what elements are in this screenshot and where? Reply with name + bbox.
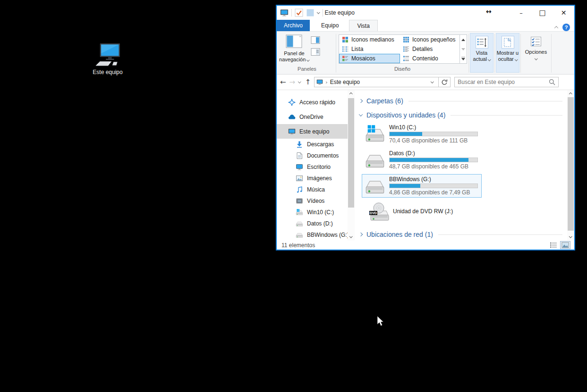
documents-icon bbox=[296, 152, 303, 159]
dvd-drive-item[interactable]: DVD Unidad de DVD RW (J:) bbox=[362, 200, 567, 224]
navigation-pane-icon bbox=[286, 34, 303, 49]
navigation-pane: Acceso rápido OneDrive Este equipo Desca… bbox=[277, 90, 348, 241]
navigation-pane-button[interactable]: Panel de navegación bbox=[279, 33, 309, 63]
new-folder-icon[interactable] bbox=[306, 8, 315, 17]
layout-option-iconos-peque-os[interactable]: Iconos pequeños bbox=[400, 35, 459, 44]
this-pc-icon bbox=[94, 43, 121, 67]
details-pane-button[interactable] bbox=[310, 47, 321, 57]
minimize-button[interactable]: – bbox=[510, 6, 532, 20]
layout-option-mosaicos[interactable]: Mosaicos bbox=[339, 54, 400, 63]
layout-option-contenido[interactable]: Contenido bbox=[400, 54, 459, 63]
details-view-button[interactable] bbox=[548, 241, 559, 249]
main-scrollbar[interactable] bbox=[567, 90, 574, 241]
options-button[interactable]: Opciones bbox=[522, 33, 550, 74]
sidebar-item-documentos[interactable]: Documentos bbox=[277, 150, 348, 161]
details-view-icon bbox=[403, 46, 409, 52]
preview-pane-button[interactable] bbox=[310, 35, 321, 45]
scrollbar-thumb[interactable] bbox=[568, 97, 574, 231]
window-title: Este equipo bbox=[325, 9, 355, 16]
search-input[interactable] bbox=[458, 79, 549, 85]
sidebar-item-v-deos[interactable]: Vídeos bbox=[277, 195, 348, 207]
sidebar-item-descargas[interactable]: Descargas bbox=[277, 139, 348, 150]
gallery-scroll-up-button[interactable] bbox=[460, 35, 467, 44]
layout-option-iconos-medianos[interactable]: Iconos medianos bbox=[339, 35, 400, 44]
drive-tiles: Win10 (C:) 70,4 GB disponibles de 111 GB… bbox=[358, 122, 567, 224]
tab-archivo[interactable]: Archivo bbox=[277, 20, 310, 31]
svg-text:DVD: DVD bbox=[370, 211, 377, 215]
drive-tile-datos-d[interactable]: Datos (D:) 48,7 GB disponibles de 465 GB bbox=[362, 148, 482, 172]
mouse-cursor-icon bbox=[377, 316, 385, 327]
scroll-up-icon[interactable] bbox=[567, 90, 574, 97]
sidebar-item-m-sica[interactable]: Música bbox=[277, 184, 348, 195]
current-view-icon bbox=[476, 37, 487, 48]
sidebar-item-escritorio[interactable]: Escritorio bbox=[277, 161, 348, 173]
navigation-bar: ← → ↑ › Este equipo bbox=[277, 75, 574, 90]
scrollbar-thumb[interactable] bbox=[348, 98, 354, 208]
group-header-ubicaciones[interactable]: Ubicaciones de red (1) bbox=[358, 227, 567, 241]
drive-icon bbox=[296, 220, 303, 227]
ribbon-group-paneles: Panel de navegación Paneles bbox=[279, 33, 335, 74]
expand-chevron-icon bbox=[359, 112, 363, 116]
ribbon: Panel de navegación Paneles bbox=[277, 31, 574, 75]
sidebar-item-win10-c[interactable]: Win10 (C:) bbox=[277, 207, 348, 218]
content-view-icon bbox=[403, 55, 409, 62]
address-dropdown-icon[interactable] bbox=[428, 81, 436, 83]
collapse-chevron-icon bbox=[359, 233, 363, 236]
sidebar-scrollbar[interactable] bbox=[348, 90, 355, 241]
desktop-icon-this-pc[interactable]: Este equipo bbox=[90, 43, 126, 75]
sidebar-item-onedrive[interactable]: OneDrive bbox=[277, 109, 348, 124]
music-icon bbox=[296, 186, 303, 193]
thumbnails-view-button[interactable] bbox=[560, 241, 570, 249]
back-button[interactable]: ← bbox=[280, 78, 286, 86]
sidebar-item-bbwindows-g[interactable]: BBWindows (G:) bbox=[277, 229, 348, 241]
gallery-more-button[interactable] bbox=[460, 54, 467, 63]
layout-option-lista[interactable]: Lista bbox=[339, 44, 400, 54]
scroll-down-icon[interactable] bbox=[567, 234, 574, 241]
files-pane: Carpetas (6) Dispositivos y unidades (4)… bbox=[355, 90, 567, 241]
maximize-button[interactable]: □ bbox=[532, 6, 553, 20]
tab-equipo[interactable]: Equipo bbox=[314, 20, 346, 31]
computer-icon bbox=[288, 128, 296, 135]
group-header-dispositivos[interactable]: Dispositivos y unidades (4) bbox=[358, 108, 567, 122]
drive-icon bbox=[365, 177, 385, 195]
scroll-up-icon[interactable] bbox=[348, 90, 355, 97]
preview-pane-icon bbox=[311, 36, 320, 44]
sidebar-item-datos-d[interactable]: Datos (D:) bbox=[277, 218, 348, 229]
current-view-button[interactable]: Vista actual bbox=[470, 33, 493, 73]
title-bar: Este equipo ↔ – □ ✕ bbox=[277, 6, 574, 20]
properties-check-icon[interactable] bbox=[295, 8, 303, 17]
ribbon-group-diseno: Iconos medianos Lista Mosaicos Iconos pe… bbox=[337, 33, 468, 74]
quick-access-star-icon bbox=[288, 99, 296, 106]
close-button[interactable]: ✕ bbox=[553, 6, 574, 20]
capacity-bar bbox=[389, 158, 478, 162]
layout-option-detalles[interactable]: Detalles bbox=[400, 44, 459, 54]
search-icon[interactable] bbox=[549, 79, 555, 85]
tiles-view-icon bbox=[342, 55, 349, 62]
sidebar-item-este-equipo[interactable]: Este equipo bbox=[277, 124, 348, 139]
show-hide-icon bbox=[502, 37, 513, 48]
tab-vista[interactable]: Vista bbox=[349, 20, 377, 31]
onedrive-cloud-icon bbox=[288, 113, 296, 121]
forward-button[interactable]: → bbox=[289, 78, 296, 86]
status-bar: 11 elementos bbox=[277, 241, 574, 250]
qat-customize-chevron-icon[interactable] bbox=[317, 10, 320, 13]
group-header-carpetas[interactable]: Carpetas (6) bbox=[358, 94, 567, 108]
refresh-button[interactable] bbox=[439, 77, 451, 87]
address-bar[interactable]: › Este equipo bbox=[314, 77, 439, 87]
list-view-icon bbox=[342, 46, 349, 52]
gallery-scroll-down-button[interactable] bbox=[460, 44, 467, 54]
dvd-drive-icon: DVD bbox=[367, 202, 389, 221]
show-hide-button[interactable]: Mostrar u ocultar bbox=[496, 33, 519, 73]
drive-tile-win10-c[interactable]: Win10 (C:) 70,4 GB disponibles de 111 GB bbox=[362, 122, 482, 146]
up-button[interactable]: ↑ bbox=[305, 78, 311, 86]
breadcrumb[interactable]: Este equipo bbox=[330, 79, 360, 85]
recent-locations-chevron-icon[interactable] bbox=[298, 80, 301, 83]
dropdown-chevron-icon bbox=[306, 58, 309, 61]
explorer-window: Este equipo ↔ – □ ✕ Archivo Equipo Vista… bbox=[276, 5, 575, 250]
help-icon[interactable]: ? bbox=[562, 24, 570, 31]
sidebar-item-im-genes[interactable]: Imágenes bbox=[277, 173, 348, 184]
sidebar-item-acceso-r-pido[interactable]: Acceso rápido bbox=[277, 95, 348, 109]
minimize-ribbon-icon[interactable] bbox=[554, 26, 558, 30]
drive-tile-bbwindows-g[interactable]: BBWindows (G:) 4,86 GB disponibles de 7,… bbox=[362, 174, 482, 198]
scroll-down-icon[interactable] bbox=[348, 234, 355, 241]
